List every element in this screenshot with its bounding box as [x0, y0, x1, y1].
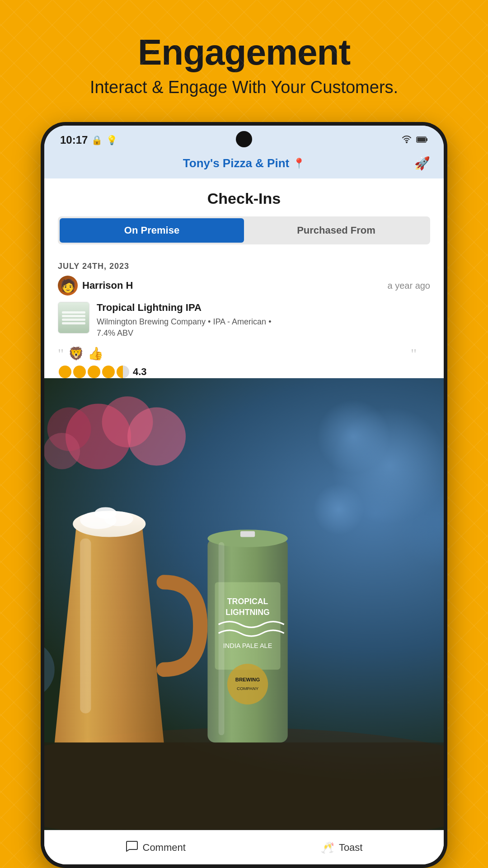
beer-photo: TROPICAL LIGHTNING INDIA PALE ALE BREWIN… — [44, 378, 444, 830]
lock-icon: 🔒 — [91, 135, 103, 145]
svg-point-25 — [227, 664, 268, 704]
star-3 — [88, 366, 100, 378]
avatar-emoji: 🧑 — [60, 278, 76, 293]
comment-button[interactable]: Comment — [126, 840, 186, 855]
time-ago: a year ago — [387, 281, 430, 291]
svg-rect-28 — [219, 542, 225, 735]
beer-thumbnail — [58, 302, 89, 333]
toast-icon: 🥂 — [321, 841, 334, 854]
star-1 — [59, 366, 71, 378]
app-title-container: Tony's Pizza & Pint 📍 — [183, 156, 305, 170]
star-2 — [73, 366, 86, 378]
phone-frame: 10:17 🔒 💡 — [41, 122, 447, 868]
status-right — [402, 135, 428, 145]
app-name: Tony's Pizza & Pint — [183, 156, 289, 170]
wifi-icon — [402, 135, 412, 145]
tab-on-premise[interactable]: On Premise — [60, 218, 244, 243]
stars-row: 4.3 — [58, 366, 430, 378]
beer-label-line — [62, 311, 85, 314]
battery-icon — [416, 135, 428, 145]
rating-row: " 🦁 👍 " — [58, 346, 430, 361]
comment-label: Comment — [143, 842, 186, 854]
svg-point-8 — [313, 484, 364, 535]
page-header: Engagement Interact & Engage With Your C… — [0, 0, 488, 115]
reaction-lion: 🦁 — [68, 346, 84, 361]
beer-label-lines — [60, 310, 87, 326]
app-header: Tony's Pizza & Pint 📍 🚀 — [44, 151, 444, 178]
status-left: 10:17 🔒 💡 — [60, 134, 117, 146]
comment-icon — [126, 840, 138, 855]
screen-header: Check-Ins On Premise Purchased From — [44, 178, 444, 253]
star-half — [117, 366, 129, 378]
page-title: Engagement — [0, 32, 488, 73]
bulb-icon: 💡 — [106, 135, 117, 145]
rocket-icon[interactable]: 🚀 — [414, 156, 430, 171]
status-time: 10:17 — [60, 134, 88, 146]
svg-text:INDIA PALE ALE: INDIA PALE ALE — [223, 642, 272, 649]
checkin-card: 🧑 Harrison H a year ago — [44, 276, 444, 378]
stars — [59, 366, 129, 378]
svg-point-16 — [94, 507, 116, 519]
status-icons-left: 🔒 💡 — [91, 135, 117, 145]
checkins-title: Check-Ins — [58, 190, 430, 207]
user-row: 🧑 Harrison H a year ago — [58, 276, 430, 296]
beer-brewery: Wilmington Brewing Company — [97, 317, 206, 326]
beer-details: Tropical Lightning IPA Wilmington Brewin… — [97, 302, 430, 339]
user-info: 🧑 Harrison H — [58, 276, 133, 296]
quote-right-icon: " — [411, 347, 417, 361]
svg-text:BREWING: BREWING — [235, 677, 260, 682]
toast-label: Toast — [339, 842, 363, 854]
beer-name[interactable]: Tropical Lightning IPA — [97, 302, 430, 314]
beer-row: Tropical Lightning IPA Wilmington Brewin… — [58, 302, 430, 339]
svg-rect-12 — [44, 743, 444, 830]
beer-abv: 7.4% ABV — [97, 328, 133, 338]
tab-purchased-from[interactable]: Purchased From — [244, 218, 428, 243]
beer-meta: Wilmington Brewing Company • IPA - Ameri… — [97, 316, 430, 339]
svg-text:LIGHTNING: LIGHTNING — [225, 608, 269, 617]
beer-label-line — [62, 319, 85, 321]
beer-label-line — [62, 315, 85, 317]
svg-rect-21 — [215, 582, 281, 670]
svg-text:TROPICAL: TROPICAL — [227, 597, 268, 606]
phone-screen: 10:17 🔒 💡 — [44, 126, 444, 864]
svg-text:COMPANY: COMPANY — [237, 686, 259, 691]
avatar: 🧑 — [58, 276, 78, 296]
svg-point-33 — [44, 433, 80, 469]
beer-label-line — [62, 322, 85, 324]
svg-rect-20 — [240, 531, 255, 537]
tabs-container: On Premise Purchased From — [58, 216, 430, 244]
location-icon: 📍 — [293, 158, 305, 169]
beer-label — [58, 302, 89, 333]
star-4 — [102, 366, 115, 378]
page-subtitle: Interact & Engage With Your Customers. — [0, 78, 488, 97]
quote-left-icon: " — [58, 347, 64, 361]
toast-button[interactable]: 🥂 Toast — [321, 841, 363, 854]
svg-rect-1 — [426, 138, 427, 141]
svg-rect-17 — [80, 539, 91, 713]
rating-number: 4.3 — [133, 366, 147, 378]
beer-style: IPA - American — [213, 317, 266, 326]
beer-separator: • — [208, 317, 213, 326]
svg-point-6 — [317, 400, 389, 473]
camera-notch — [236, 131, 252, 147]
reaction-emojis: 🦁 👍 — [68, 346, 103, 361]
date-label: JULY 24TH, 2023 — [44, 253, 444, 276]
screen-content: Check-Ins On Premise Purchased From JULY… — [44, 178, 444, 864]
content-area: JULY 24TH, 2023 🧑 Harrison H a year ago — [44, 253, 444, 830]
status-bar: 10:17 🔒 💡 — [44, 126, 444, 151]
svg-rect-2 — [418, 137, 426, 141]
svg-point-32 — [127, 408, 186, 466]
action-bar: Comment 🥂 Toast — [44, 830, 444, 864]
reaction-thumbsup: 👍 — [88, 346, 103, 361]
username[interactable]: Harrison H — [82, 280, 133, 291]
beer-separator2: • — [268, 317, 271, 326]
